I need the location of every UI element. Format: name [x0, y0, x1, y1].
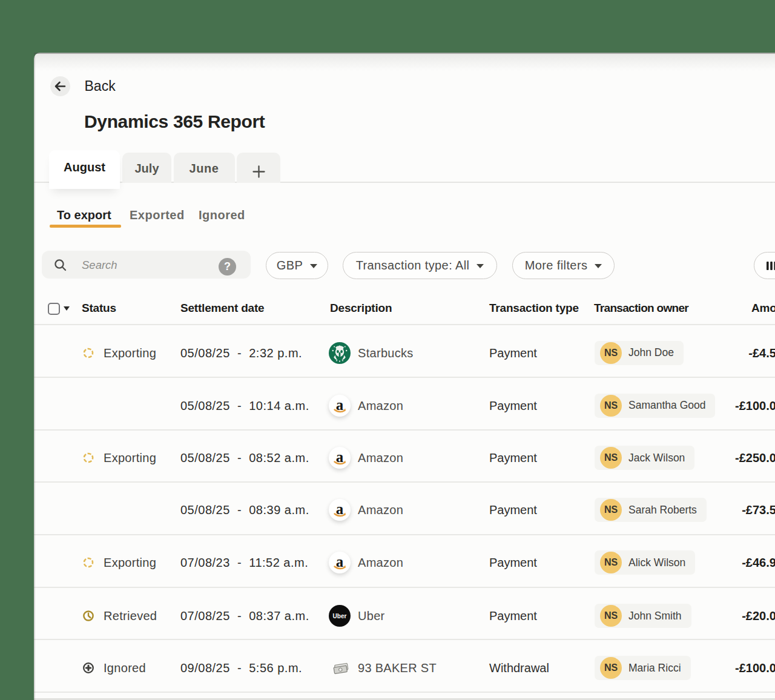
svg-text:a: a [336, 396, 344, 412]
svg-text:a: a [336, 449, 344, 465]
svg-text:a: a [336, 553, 344, 570]
svg-text:a: a [336, 501, 344, 517]
svg-text:Uber: Uber [333, 613, 347, 619]
